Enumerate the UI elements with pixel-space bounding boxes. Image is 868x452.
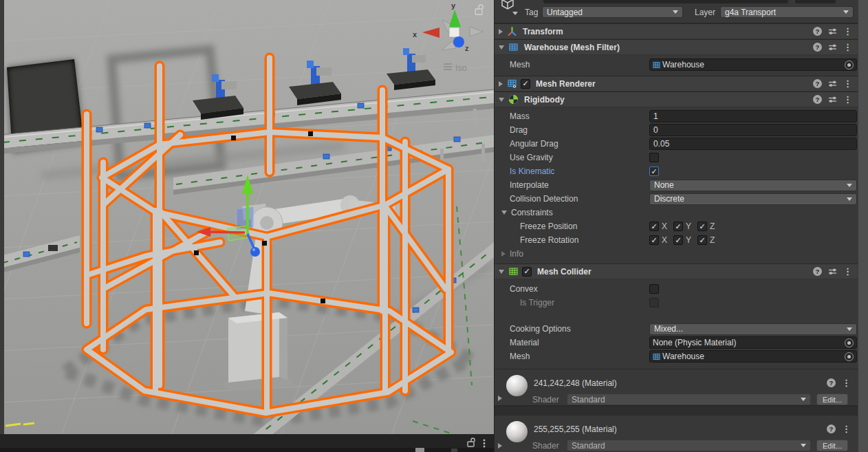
help-icon[interactable]: ? <box>827 424 836 433</box>
foldout-icon[interactable] <box>499 98 504 102</box>
axis-z-label: Z <box>710 235 715 245</box>
foldout-icon[interactable] <box>499 270 504 274</box>
kebab-menu-icon[interactable]: ⋮ <box>843 79 852 88</box>
freeze-rotation-x-checkbox[interactable]: ✓ <box>649 235 659 245</box>
info-foldout[interactable]: Info <box>495 247 858 261</box>
bottom-overflow-menu-icon[interactable] <box>484 440 486 448</box>
mass-field[interactable]: 1 <box>649 110 857 122</box>
help-icon[interactable]: ? <box>813 27 822 36</box>
kebab-menu-icon[interactable]: ⋮ <box>843 267 852 276</box>
object-picker-icon[interactable] <box>845 352 854 361</box>
physic-material-object-field[interactable]: None (Physic Material) <box>649 336 857 349</box>
prefab-icon[interactable] <box>499 0 517 12</box>
prefab-dropdown-icon[interactable] <box>512 12 518 15</box>
component-header-mesh-filter[interactable]: Warehouse (Mesh Filter) ? ⋮ <box>495 39 858 55</box>
component-header-transform[interactable]: Transform ? ⋮ <box>495 23 858 39</box>
preset-icon[interactable] <box>828 96 837 103</box>
name-field-sliver <box>543 0 788 3</box>
preset-icon[interactable] <box>828 43 837 51</box>
foldout-icon[interactable] <box>499 45 504 50</box>
help-icon[interactable]: ? <box>827 378 836 387</box>
chevron-down-icon <box>673 10 678 14</box>
edit-shader-button[interactable]: Edit... <box>816 394 848 405</box>
axis-x-label: X <box>662 235 667 245</box>
axis-y-label: Y <box>686 235 691 245</box>
inspector-panel: Tag Untagged Layer g4a Transport Transfo… <box>494 0 868 452</box>
component-title: Warehouse (Mesh Filter) <box>524 43 620 52</box>
collision-detection-dropdown[interactable]: Discrete <box>649 193 857 205</box>
component-header-mesh-collider[interactable]: ✓ Mesh Collider ? ⋮ <box>495 263 858 279</box>
interpolate-label: Interpolate <box>510 180 649 190</box>
shader-dropdown[interactable]: Standard <box>567 440 811 451</box>
freeze-rotation-y-checkbox[interactable]: ✓ <box>673 235 683 245</box>
interpolate-dropdown[interactable]: None <box>649 180 857 191</box>
angular-drag-field[interactable]: 0.05 <box>649 138 857 150</box>
kebab-menu-icon[interactable]: ⋮ <box>843 27 852 36</box>
component-enabled-checkbox[interactable]: ✓ <box>522 267 532 277</box>
freeze-position-label: Freeze Position <box>520 222 649 231</box>
material-title: 241,242,248 (Material) <box>534 378 617 388</box>
convex-label: Convex <box>510 284 649 294</box>
inspector-scrollbar[interactable] <box>858 0 868 452</box>
preset-icon[interactable] <box>828 28 837 35</box>
help-icon[interactable]: ? <box>813 267 822 276</box>
is-kinematic-checkbox[interactable]: ✓ <box>649 166 659 176</box>
convex-checkbox[interactable] <box>649 284 659 294</box>
collision-detection-label: Collision Detection <box>510 194 649 204</box>
kebab-menu-icon[interactable]: ⋮ <box>842 378 851 387</box>
freeze-position-x-checkbox[interactable]: ✓ <box>649 222 659 231</box>
component-enabled-checkbox[interactable]: ✓ <box>521 79 530 89</box>
chevron-down-icon <box>847 197 852 201</box>
kebab-menu-icon[interactable]: ⋮ <box>843 43 852 52</box>
gizmo-z-ball <box>453 36 464 47</box>
component-title: Transform <box>523 27 563 36</box>
material-foldout-icon[interactable] <box>498 396 502 401</box>
object-picker-icon[interactable] <box>845 61 854 69</box>
collider-mesh-object-field[interactable]: Warehouse <box>649 350 857 363</box>
projection-label: Iso <box>455 63 467 73</box>
mesh-filter-icon <box>508 42 519 53</box>
preset-icon[interactable] <box>828 268 837 275</box>
gizmo-z-label: z <box>465 44 469 52</box>
freeze-position-y-checkbox[interactable]: ✓ <box>673 222 683 231</box>
mesh-object-field[interactable]: Warehouse <box>649 58 857 71</box>
tag-label: Tag <box>525 8 538 17</box>
kebab-menu-icon[interactable]: ⋮ <box>842 424 851 433</box>
object-picker-icon[interactable] <box>845 338 854 347</box>
foldout-icon[interactable] <box>499 29 503 34</box>
is-trigger-checkbox <box>649 298 659 308</box>
component-header-mesh-renderer[interactable]: ✓ Mesh Renderer ? ⋮ <box>495 76 858 92</box>
component-title: Rigidbody <box>524 95 565 105</box>
tag-dropdown[interactable]: Untagged <box>542 6 683 18</box>
window-edge <box>0 0 4 434</box>
help-icon[interactable]: ? <box>813 43 822 52</box>
edit-shader-button[interactable]: Edit... <box>816 440 848 451</box>
preset-icon[interactable] <box>828 80 837 87</box>
shader-dropdown[interactable]: Standard <box>567 394 811 405</box>
help-icon[interactable]: ? <box>813 79 822 88</box>
freeze-position-z-checkbox[interactable]: ✓ <box>697 222 707 231</box>
kebab-menu-icon[interactable]: ⋮ <box>843 95 852 104</box>
drag-field[interactable]: 0 <box>649 124 857 136</box>
scene-canvas[interactable]: x y z Iso <box>0 0 494 452</box>
use-gravity-checkbox[interactable] <box>649 153 659 162</box>
foldout-icon[interactable] <box>499 81 503 87</box>
scene-view[interactable]: x y z Iso <box>0 0 494 452</box>
cooking-options-dropdown[interactable]: Mixed... <box>649 323 857 335</box>
static-field-sliver <box>795 0 836 3</box>
material-title: 255,255,255 (Material) <box>534 424 617 434</box>
material-separator <box>495 405 858 415</box>
shader-label: Shader <box>532 441 561 451</box>
constraints-label: Constraints <box>511 208 553 217</box>
material-foldout-icon[interactable] <box>498 443 502 449</box>
physic-material-label: Material <box>510 338 649 347</box>
is-kinematic-label: Is Kinematic <box>510 166 649 176</box>
help-icon[interactable]: ? <box>813 95 822 104</box>
use-gravity-label: Use Gravity <box>510 153 649 162</box>
component-header-rigidbody[interactable]: Rigidbody ? ⋮ <box>495 92 858 107</box>
chevron-down-icon <box>843 10 849 14</box>
constraints-foldout[interactable]: Constraints <box>495 206 858 219</box>
layer-dropdown[interactable]: g4a Transport <box>720 6 854 18</box>
freeze-rotation-z-checkbox[interactable]: ✓ <box>697 235 707 245</box>
transform-icon <box>506 26 517 37</box>
